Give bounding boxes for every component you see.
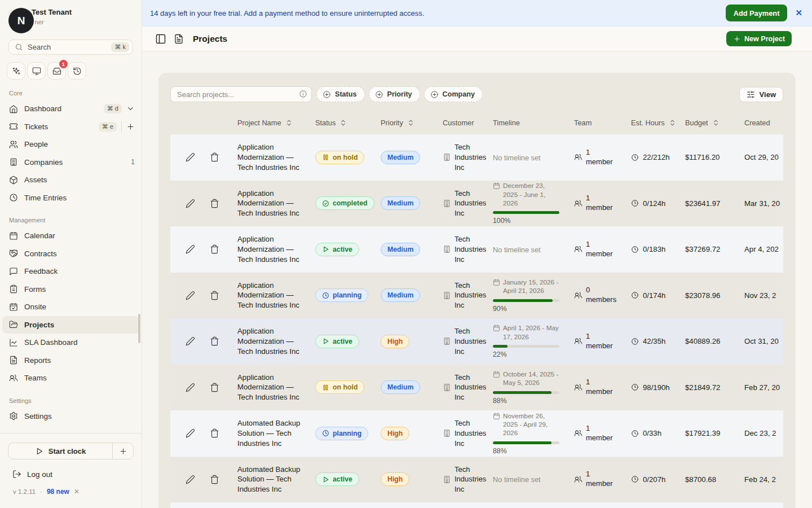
quick-monitor-button[interactable] [27, 62, 46, 80]
sort-icon[interactable] [712, 119, 720, 126]
column-header-status[interactable]: Status [315, 119, 381, 127]
sidebar-item-people[interactable]: People [0, 135, 142, 154]
sidebar-item-reports[interactable]: Reports [0, 352, 142, 370]
sidebar-item-feedback[interactable]: Feedback [0, 262, 142, 281]
chevron-down-icon[interactable] [126, 104, 135, 113]
new-project-button[interactable]: New Project [726, 31, 792, 46]
sidebar-item-forms[interactable]: Forms [0, 281, 142, 299]
page-header: Projects New Project [142, 27, 812, 51]
delete-button[interactable] [210, 199, 219, 208]
search-input[interactable]: Search ⌘ k [8, 40, 133, 55]
tenant-switcher[interactable]: N Test Tenant Owner [0, 0, 142, 36]
column-header-project-name[interactable]: Project Name [237, 119, 315, 127]
start-clock-main[interactable]: Start clock [8, 443, 112, 459]
edit-button[interactable] [186, 244, 195, 254]
table-header: Project NameStatusPriorityCustomerTimeli… [170, 111, 783, 134]
project-search[interactable] [170, 86, 312, 102]
timeline-progress-bar [493, 441, 559, 444]
version-dismiss-icon[interactable]: ✕ [74, 488, 80, 496]
add-time-entry-button[interactable] [112, 443, 133, 459]
table-row[interactable]: Application Modernization — Tech Industr… [170, 318, 783, 365]
sidebar-item-companies[interactable]: Companies1 [0, 154, 142, 172]
column-header-priority[interactable]: Priority [381, 119, 443, 127]
project-name[interactable]: Application Modernization — Tech Industr… [237, 234, 315, 264]
team-cell: 1 member [574, 194, 631, 213]
sidebar-item-settings[interactable]: Settings [0, 408, 142, 426]
sort-icon[interactable] [285, 119, 293, 126]
sidebar-item-teams[interactable]: Teams [0, 369, 142, 387]
start-clock-button[interactable]: Start clock [8, 443, 134, 459]
sidebar-item-label: Dashboard [24, 104, 104, 113]
quick-inbox-button[interactable]: 1 [47, 62, 66, 80]
calendar-icon [9, 231, 18, 240]
project-name[interactable]: Application Modernization — Tech Industr… [237, 189, 315, 218]
project-name[interactable]: Application Modernization — Tech Industr… [237, 281, 315, 310]
team-cell: 0 members [574, 286, 631, 305]
sidebar-item-contracts[interactable]: Contracts [0, 245, 142, 263]
budget-cell: $23641.97 [685, 199, 744, 208]
edit-button[interactable] [186, 336, 195, 346]
table-row[interactable]: Application Modernization — Tech Industr… [170, 365, 783, 411]
timeline-progress-label: 22% [493, 351, 561, 358]
sidebar-item-onsite[interactable]: Onsite [0, 298, 142, 316]
delete-button[interactable] [210, 428, 219, 438]
delete-button[interactable] [210, 383, 219, 392]
sort-icon[interactable] [339, 119, 347, 126]
table-row[interactable]: Application Modernization — Tech Industr… [170, 181, 783, 227]
created-cell: Oct 31, 20 [744, 337, 783, 345]
whats-new-link[interactable]: 98 new [47, 488, 69, 496]
sidebar-item-sla-dashboard[interactable]: SLA Dashboard [0, 334, 142, 352]
table-row[interactable]: Application Modernization — Tech Industr… [170, 273, 783, 319]
add-payment-button[interactable]: Add Payment [726, 5, 788, 21]
sidebar-item-time-entries[interactable]: Time Entries [0, 189, 142, 207]
quick-sparkles-button[interactable] [7, 62, 25, 80]
delete-button[interactable] [210, 475, 219, 484]
delete-button[interactable] [210, 291, 219, 300]
project-name[interactable]: Application Modernization — Tech Industr… [237, 142, 315, 172]
edit-button[interactable] [186, 428, 195, 438]
delete-button[interactable] [210, 152, 219, 162]
edit-button[interactable] [186, 383, 195, 392]
quick-history-button[interactable] [68, 62, 86, 80]
view-button[interactable]: View [739, 87, 783, 102]
project-name[interactable]: Application Modernization — Tech Industr… [237, 326, 315, 356]
column-header-est-hours[interactable]: Est. Hours [631, 119, 685, 127]
sidebar-item-calendar[interactable]: Calendar [0, 227, 142, 245]
edit-button[interactable] [186, 475, 195, 484]
add-icon[interactable] [126, 122, 135, 131]
clock-icon [631, 291, 639, 299]
sort-icon[interactable] [669, 119, 676, 126]
filter-chip-company[interactable]: Company [424, 86, 483, 102]
banner-close-icon[interactable]: ✕ [795, 8, 802, 18]
filter-chip-priority[interactable]: Priority [369, 86, 420, 102]
delete-button[interactable] [210, 336, 219, 346]
sidebar-item-projects[interactable]: Projects [2, 316, 139, 334]
logout-button[interactable]: Log out [12, 470, 134, 479]
table-row[interactable]: Automated Backup Solution — Tech Industr… [170, 410, 783, 457]
project-name[interactable]: Automated Backup Solution — Tech Industr… [237, 465, 315, 494]
delete-button[interactable] [210, 244, 219, 254]
table-row[interactable]: Application Modernization — Tech Industr… [170, 226, 783, 273]
sidebar-item-assets[interactable]: Assets [0, 171, 142, 189]
edit-button[interactable] [186, 291, 195, 300]
sort-icon[interactable] [407, 119, 414, 126]
filter-chip-status[interactable]: Status [316, 86, 365, 102]
sidebar-scrollbar[interactable] [138, 314, 140, 343]
clipboard-icon [9, 284, 18, 294]
column-header-budget[interactable]: Budget [685, 119, 744, 127]
sidebar-toggle-icon[interactable] [155, 33, 166, 45]
project-search-input[interactable] [170, 86, 312, 102]
edit-button[interactable] [186, 199, 195, 208]
circle-plus-icon [323, 90, 331, 99]
avatar[interactable]: N [8, 8, 34, 33]
edit-button[interactable] [186, 152, 195, 162]
quick-actions: 1 [7, 62, 135, 80]
table-row[interactable]: Application Modernization — Tech Industr… [170, 134, 783, 181]
sidebar-item-dashboard[interactable]: Dashboard⌘ d [0, 100, 142, 118]
page-title: Projects [193, 34, 227, 44]
project-name[interactable]: Automated Backup Solution — Tech Industr… [237, 418, 315, 448]
sidebar-item-tickets[interactable]: Tickets⌘ e [0, 118, 142, 136]
project-name[interactable]: Application Modernization — Tech Industr… [237, 373, 315, 402]
table-row[interactable]: Automated Backup Solution — Tech Industr… [170, 457, 783, 503]
calendar-icon [493, 182, 500, 190]
